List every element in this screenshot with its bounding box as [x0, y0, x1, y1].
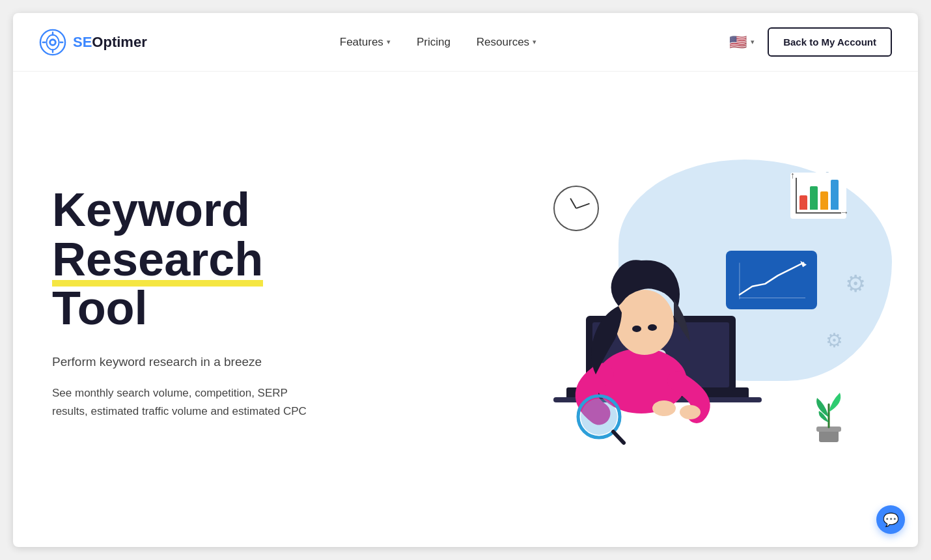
main-content: Keyword Research Tool Perform keyword re… [13, 72, 918, 547]
hero-illustration: ⚙ ⚙ ⚙ ↑ → [475, 120, 879, 485]
chart-y-arrow: ↑ [790, 170, 795, 180]
hero-description: See monthly search volume, competition, … [52, 384, 313, 419]
main-nav: Features ▾ Pricing Resources ▾ [340, 36, 536, 49]
bar-chart-card: ↑ → [790, 173, 846, 219]
flag-icon: 🇺🇸 [729, 34, 747, 51]
gear-icon-2: ⚙ [845, 270, 866, 298]
chart-bar-1 [799, 195, 807, 210]
chart-bar-2 [810, 186, 818, 210]
hero-title: Keyword Research Tool [52, 186, 313, 333]
hero-text: Keyword Research Tool Perform keyword re… [52, 186, 313, 420]
svg-point-22 [652, 400, 676, 416]
chart-bar-3 [820, 191, 828, 210]
page-container: SEOptimer Features ▾ Pricing Resources ▾… [13, 13, 918, 547]
language-selector[interactable]: 🇺🇸 ▾ [729, 34, 755, 51]
logo-icon [39, 29, 66, 56]
plant-icon [807, 385, 850, 446]
bar-chart: ↑ → [796, 178, 841, 214]
chat-button[interactable]: 💬 [876, 505, 905, 534]
svg-point-18 [648, 324, 657, 331]
features-chevron: ▾ [387, 38, 391, 46]
svg-point-17 [632, 326, 641, 332]
chat-icon: 💬 [883, 512, 899, 527]
svg-line-21 [613, 432, 624, 443]
resources-chevron: ▾ [533, 38, 536, 46]
svg-point-23 [680, 405, 701, 419]
gear-icon-3: ⚙ [826, 329, 843, 352]
nav-resources[interactable]: Resources ▾ [477, 36, 536, 49]
nav-pricing[interactable]: Pricing [417, 36, 451, 49]
logo-text: SEOptimer [73, 34, 147, 51]
chart-bar-4 [831, 180, 839, 210]
flag-chevron: ▾ [751, 38, 755, 46]
hero-subtitle: Perform keyword research in a breeze [52, 353, 313, 372]
svg-point-2 [51, 40, 55, 44]
back-to-account-button[interactable]: Back to My Account [768, 27, 892, 57]
svg-point-20 [581, 399, 617, 435]
header: SEOptimer Features ▾ Pricing Resources ▾… [13, 13, 918, 72]
logo[interactable]: SEOptimer [39, 29, 147, 56]
nav-features[interactable]: Features ▾ [340, 36, 391, 49]
chart-x-arrow: → [840, 207, 849, 217]
character-illustration [514, 186, 788, 466]
header-right: 🇺🇸 ▾ Back to My Account [729, 27, 892, 57]
